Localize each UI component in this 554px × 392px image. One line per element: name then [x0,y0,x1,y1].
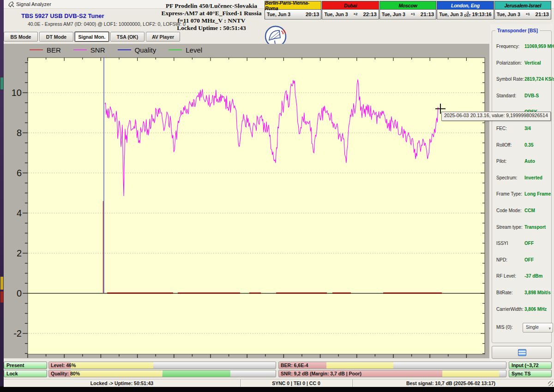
transponder-row: Code Mode:CCM [492,208,551,214]
tab-bs-mode[interactable]: BS Mode [4,32,38,42]
clock-offset-value: +2 [353,13,357,16]
clock-time-row: Tue, Jun 320:13 [265,10,321,18]
clock-date: Tue, Jun 3 [267,12,290,17]
statusbar: Locked -> Uptime: 50:51:43 SYNC 0 | TEI … [4,379,554,387]
desktop-icon-fragment [0,291,3,303]
clock-time-value: 21:13 [421,12,434,17]
clock-time-row: Tue, Jun 3+121:13 [495,10,551,18]
tab-signal-mon-[interactable]: Signal Mon. [75,32,109,42]
snr-meter-label: SNR: 9,2 dB (Margin: 3,7 dB | Poor) [281,371,361,376]
snr-meter: SNR: 9,2 dB (Margin: 3,7 dB | Poor) [278,370,506,377]
clock-dst-label: DST [464,14,470,17]
clock-utc-offset: +1 [526,13,530,16]
signal-chart-svg[interactable]: -20246810 [4,44,489,358]
clock-jerusalem-israel: Jerusalem-IsraelTue, Jun 3+121:13 [494,1,551,19]
y-axis-label: 2 [17,248,22,258]
clock-city-label: London, Eng [437,1,493,10]
clock-city-label: Berlin-Paris-Vienna-Roma [265,1,321,10]
quality-meter-segment [71,370,163,377]
ber-meter-segment [326,362,393,368]
transponder-row-label: Stream type: [496,225,523,230]
transponder-row: Symbol Rate:2819,724 KS/s [492,77,551,83]
level-meter-label: Level: 46% [51,362,76,368]
present-indicator: Present [4,362,47,369]
site-header-line: PF Prodelin 450/Lučenec-Slovakia [156,2,267,10]
transponder-row-value: CCM [524,208,535,213]
transponder-row-label: Frame Type: [496,191,522,196]
disk-icon [518,349,526,356]
y-axis-label: 8 [17,128,22,138]
transponder-row-label: RollOff: [496,143,512,148]
clock-berlin-paris-vienna-roma: Berlin-Paris-Vienna-RomaTue, Jun 320:13 [265,1,321,19]
transponder-row: Spectrum:Inverted [492,175,551,182]
transponder-row: Stream type:Transport [492,225,551,231]
clock-time-value: 21:13 [536,12,549,17]
clock-offset-value: +1 [411,13,415,16]
transponder-row-label: FEC: [496,126,507,131]
clock-time-row: Tue, Jun 3+121:13 [380,10,436,18]
chart-tooltip: 2025-06-03 20.13.16, value: 9,1999998092… [441,112,551,121]
quality-meter-label: Quality: 80% [51,371,80,376]
site-header-line: f=11 070 MHz_V : NNTV [156,17,267,24]
transponder-row-value: 3,806 MHz [524,307,547,312]
site-header-line: Express-AM7 at 40°E_Fixed-1 Russia [156,10,267,17]
clock-city-label: Jerusalem-Israel [495,1,551,10]
app-icon [8,1,14,9]
mis-label: MIS (0): [496,325,513,330]
y-axis-label: 0 [17,288,22,298]
transponder-row-value: Inverted [524,175,542,180]
clock-dubai: DubaiTue, Jun 3+222:13 [322,1,379,19]
transponder-row-value: OFF [524,241,534,246]
transponder-row-label: BitRate: [496,290,513,295]
tab-av-player[interactable]: AV Player [146,32,180,42]
transponder-row: BitRate:3,898 Mbit/s [492,290,551,297]
mis-value: Single [526,325,539,330]
transponder-row-label: NPD: [496,257,507,262]
transponder-row-label: Frequency: [496,44,519,49]
snr-meter-segment [442,370,499,377]
clock-time-value: 19:13:16 [472,12,492,17]
clock-date: Tue, Jun 3 [324,12,348,17]
transponder-row-label: CarrierWidth: [496,307,524,312]
plot-area [28,58,485,354]
transponder-row-value: -37 dBm [524,273,542,279]
transponder-row: RF Level:-37 dBm [492,273,551,280]
mis-row: MIS (0): Single ▾ [492,325,551,331]
transponder-row: RollOff:0.35 [492,143,551,149]
window-title: Signal Analyzer [16,1,51,7]
tab-tsa-ok-[interactable]: TSA (OK) [110,32,145,42]
sync-ts-indicator: Sync TS [509,370,552,377]
transponder-row-label: Pilot: [496,159,506,164]
transponder-row: CarrierWidth:3,806 MHz [492,307,551,313]
transponder-row: FEC:3/4 [492,126,551,132]
transponder-row: Pilot:Auto [492,159,551,165]
transponder-row-label: Polarization: [496,60,522,65]
tab-dt-mode[interactable]: DT Mode [39,32,73,42]
clock-time-value: 22:13 [363,12,376,17]
transponder-groupbox: Transponder [BS] MIS (0): Single ▾ Frequ… [492,30,552,343]
statusbar-best-signal: Best signal: 10,7 dB (2025-06-02 13:17) [352,380,549,387]
level-meter-segment [71,362,153,368]
site-header-line: Locked Uptime : 50:51:43 [156,24,267,32]
ber-meter-label: BER: 6,6E-4 [281,362,308,368]
lock-indicator: Lock [4,370,47,377]
clock-time-value: 20:13 [306,12,319,17]
clock-offset-value: +1 [526,13,530,16]
transponder-panel: Transponder [BS] MIS (0): Single ▾ Frequ… [490,24,553,362]
clock-utc-offset: +1 [411,13,415,16]
clock-london-eng: London, EngTue, Jun 3-1DST19:13:16 [437,1,494,19]
transponder-row-value: Auto [524,159,535,164]
clock-utc-offset: +2 [353,13,357,16]
clock-moscow: MoscowTue, Jun 3+121:13 [379,1,436,19]
panel-action-button[interactable] [492,346,552,359]
resize-grip[interactable] [548,381,553,386]
quality-meter-segment [163,370,230,377]
statusbar-uptime: Locked -> Uptime: 50:51:43 [4,380,241,387]
transponder-title: Transponder [BS] [495,28,540,33]
chevron-down-icon: ▾ [548,324,551,333]
mis-dropdown[interactable]: Single ▾ [523,323,553,333]
transponder-row-label: RF Level: [496,273,516,279]
transponder-row-label: Code Mode: [496,208,521,213]
clock-city-label: Dubai [322,1,378,10]
y-axis-label: 4 [17,208,22,218]
